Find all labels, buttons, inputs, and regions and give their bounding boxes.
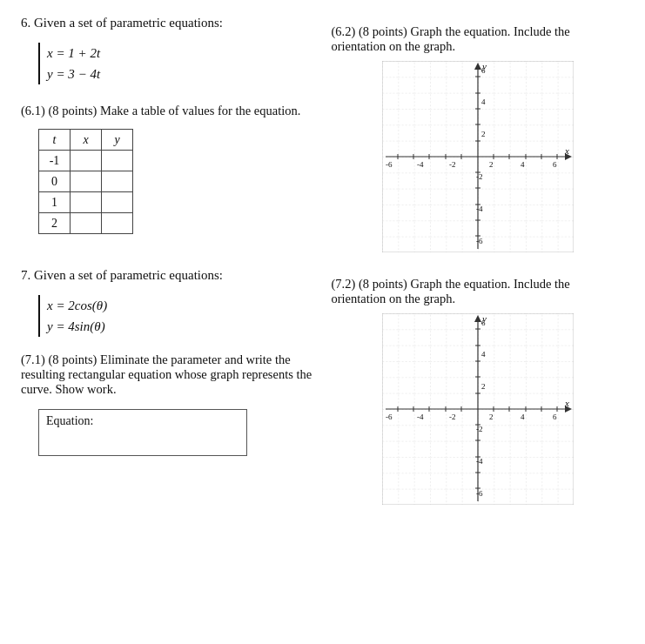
problem-6-right: (6.2) (8 points) Graph the equation. Inc… bbox=[323, 16, 625, 252]
problem-6-number: 6. bbox=[21, 16, 30, 30]
problem-6-eq1: x = 1 + 2t bbox=[47, 43, 100, 64]
svg-text:2: 2 bbox=[489, 413, 494, 421]
svg-text:6: 6 bbox=[553, 160, 557, 169]
sub61-points: (8 points) bbox=[48, 104, 97, 117]
row-x-neg1 bbox=[71, 151, 102, 171]
svg-text:6: 6 bbox=[481, 66, 486, 75]
sub71-points: (8 points) bbox=[48, 352, 97, 366]
svg-text:x: x bbox=[564, 398, 569, 408]
svg-text:-4: -4 bbox=[417, 160, 424, 169]
sub71-label: (7.1) bbox=[21, 352, 45, 366]
svg-text:-4: -4 bbox=[476, 457, 483, 466]
problem-6-header: 6. Given a set of parametric equations: bbox=[21, 16, 314, 30]
problem-7-equations: x = 2cos(θ) y = 4sin(θ) bbox=[38, 295, 107, 337]
equation-box-label: Equation: bbox=[46, 414, 93, 428]
svg-text:-2: -2 bbox=[476, 425, 483, 433]
row-y-0 bbox=[102, 171, 133, 192]
table-header-y: y bbox=[102, 130, 133, 151]
page: 6. Given a set of parametric equations: … bbox=[21, 16, 624, 505]
graph-7: y x 6 4 2 -2 -4 -6 -6 -4 bbox=[332, 313, 625, 505]
table-header-x: x bbox=[71, 130, 102, 151]
problem-6-eq2: y = 3 − 4t bbox=[47, 64, 100, 84]
svg-text:4: 4 bbox=[521, 160, 525, 169]
svg-text:2: 2 bbox=[481, 382, 486, 391]
sub62-label: (6.2) bbox=[332, 24, 356, 38]
svg-text:4: 4 bbox=[481, 350, 486, 359]
graph-7-canvas: y x 6 4 2 -2 -4 -6 -6 -4 bbox=[382, 313, 574, 505]
problem-6-equations: x = 1 + 2t y = 3 − 4t bbox=[38, 43, 100, 84]
problem-6: 6. Given a set of parametric equations: … bbox=[21, 16, 624, 252]
sub-problem-62: (6.2) (8 points) Graph the equation. Inc… bbox=[332, 24, 625, 54]
svg-text:-6: -6 bbox=[476, 489, 483, 498]
table-header-t: t bbox=[39, 130, 71, 151]
problem-7-header-text: Given a set of parametric equations: bbox=[34, 268, 223, 282]
sub72-label: (7.2) bbox=[332, 277, 356, 291]
problem-6-header-text: Given a set of parametric equations: bbox=[34, 16, 223, 30]
row-y-neg1 bbox=[102, 151, 133, 171]
graph-6-canvas: y x 6 4 2 -2 -4 -6 bbox=[382, 61, 574, 252]
problem-7-eq2: y = 4sin(θ) bbox=[47, 316, 107, 337]
row-x-0 bbox=[71, 171, 102, 192]
sub72-points: (8 points) bbox=[359, 277, 407, 291]
row-t-0: 0 bbox=[39, 171, 71, 192]
problem-7-header: 7. Given a set of parametric equations: bbox=[21, 268, 314, 283]
row-x-1 bbox=[71, 192, 102, 213]
table-row: 0 bbox=[39, 171, 133, 192]
row-y-2 bbox=[102, 213, 133, 234]
problem-6-left: 6. Given a set of parametric equations: … bbox=[21, 16, 323, 252]
sub61-label: (6.1) bbox=[21, 104, 45, 117]
sub-problem-72: (7.2) (8 points) Graph the equation. Inc… bbox=[332, 277, 625, 306]
graph-6-svg: y x 6 4 2 -2 -4 -6 bbox=[382, 61, 574, 252]
svg-text:-6: -6 bbox=[476, 237, 483, 245]
problem-7-number: 7. bbox=[21, 268, 30, 282]
svg-text:-2: -2 bbox=[449, 413, 456, 421]
problem-7-right: (7.2) (8 points) Graph the equation. Inc… bbox=[323, 268, 625, 505]
svg-text:4: 4 bbox=[521, 413, 525, 421]
svg-text:-6: -6 bbox=[386, 413, 393, 421]
equation-box: Equation: bbox=[38, 409, 247, 456]
row-t-2: 2 bbox=[39, 213, 71, 234]
svg-text:4: 4 bbox=[481, 97, 486, 106]
row-t-neg1: -1 bbox=[39, 151, 71, 171]
sub-problem-71: (7.1) (8 points) Eliminate the parameter… bbox=[21, 352, 314, 397]
sub61-text: Make a table of values for the equation. bbox=[100, 104, 300, 117]
graph-7-svg: y x 6 4 2 -2 -4 -6 -6 -4 bbox=[382, 313, 574, 505]
sub-problem-61: (6.1) (8 points) Make a table of values … bbox=[21, 104, 314, 118]
row-x-2 bbox=[71, 213, 102, 234]
svg-text:-2: -2 bbox=[449, 160, 456, 169]
problem-7: 7. Given a set of parametric equations: … bbox=[21, 268, 624, 505]
svg-text:-2: -2 bbox=[476, 172, 483, 181]
svg-text:2: 2 bbox=[489, 160, 494, 169]
graph-6: y x 6 4 2 -2 -4 -6 bbox=[332, 61, 625, 252]
row-t-1: 1 bbox=[39, 192, 71, 213]
value-table-6: t x y -1 0 bbox=[38, 129, 133, 234]
svg-text:2: 2 bbox=[481, 130, 486, 138]
svg-text:6: 6 bbox=[481, 319, 486, 327]
svg-text:-4: -4 bbox=[417, 413, 424, 421]
svg-text:x: x bbox=[564, 145, 569, 156]
table-row: -1 bbox=[39, 151, 133, 171]
problem-7-left: 7. Given a set of parametric equations: … bbox=[21, 268, 323, 505]
row-y-1 bbox=[102, 192, 133, 213]
svg-text:6: 6 bbox=[553, 413, 557, 421]
sub62-points: (8 points) bbox=[359, 24, 407, 38]
problem-7-eq1: x = 2cos(θ) bbox=[47, 295, 107, 316]
svg-text:-6: -6 bbox=[386, 160, 393, 169]
table-row: 1 bbox=[39, 192, 133, 213]
svg-text:-4: -4 bbox=[476, 205, 483, 213]
table-row: 2 bbox=[39, 213, 133, 234]
